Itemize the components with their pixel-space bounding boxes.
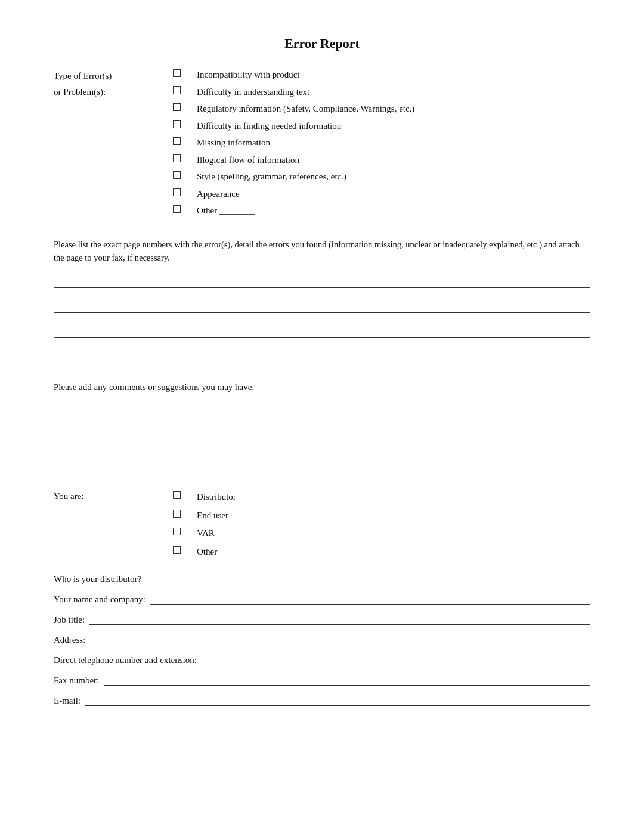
- comment-write-line-3[interactable]: [54, 448, 590, 466]
- comment-write-line-1[interactable]: [54, 398, 590, 416]
- checkbox-icon[interactable]: [173, 188, 181, 196]
- error-option-row: Difficulty in finding needed information: [173, 119, 590, 133]
- field-input-line[interactable]: [85, 694, 590, 706]
- instructions-text: Please list the exact page numbers with …: [54, 238, 590, 265]
- comments-label: Please add any comments or suggestions y…: [54, 382, 590, 392]
- option-text: Incompatibility with product: [197, 68, 590, 82]
- field-row: Job title:: [54, 613, 590, 625]
- field-row: Address:: [54, 633, 590, 645]
- option-text: Other ________: [197, 204, 590, 218]
- you-are-section: You are: DistributorEnd userVAROther: [54, 490, 590, 563]
- field-label: E-mail:: [54, 696, 80, 706]
- option-text: Regulatory information (Safety, Complian…: [197, 102, 590, 116]
- error-label-line1: Type of Error(s): [54, 68, 173, 84]
- field-row: Your name and company:: [54, 593, 590, 605]
- you-are-option-text: Other: [197, 545, 590, 559]
- checkbox-icon[interactable]: [173, 137, 181, 145]
- you-are-label: You are:: [54, 490, 173, 563]
- field-input-line[interactable]: [104, 674, 590, 686]
- field-input-line[interactable]: [90, 633, 590, 645]
- you-are-checkbox-icon[interactable]: [173, 510, 181, 518]
- option-text: Style (spelling, grammar, references, et…: [197, 170, 590, 184]
- field-input-line[interactable]: [89, 613, 590, 625]
- error-option-row: Regulatory information (Safety, Complian…: [173, 102, 590, 116]
- error-option-row: Appearance: [173, 187, 590, 201]
- you-are-checkbox-icon[interactable]: [173, 546, 181, 554]
- field-label: Address:: [54, 635, 85, 645]
- you-are-options: DistributorEnd userVAROther: [173, 490, 590, 563]
- error-write-line-4[interactable]: [54, 345, 590, 363]
- option-text: Missing information: [197, 136, 590, 150]
- you-are-option-text: Distributor: [197, 490, 590, 504]
- error-write-line-1[interactable]: [54, 270, 590, 288]
- field-label: Fax number:: [54, 676, 99, 686]
- error-label-line2: or Problem(s):: [54, 84, 173, 100]
- you-are-option-row: VAR: [173, 527, 590, 540]
- option-text: Difficulty in understanding text: [197, 85, 590, 99]
- error-option-row: Other ________: [173, 204, 590, 218]
- checkbox-icon[interactable]: [173, 120, 181, 128]
- you-are-option-text: End user: [197, 509, 590, 522]
- option-text: Illogical flow of information: [197, 153, 590, 167]
- error-types-label: Type of Error(s) or Problem(s):: [54, 68, 173, 221]
- error-option-row: Illogical flow of information: [173, 153, 590, 167]
- you-are-checkbox-icon[interactable]: [173, 491, 181, 499]
- error-types-section: Type of Error(s) or Problem(s): Incompat…: [54, 68, 590, 221]
- you-are-option-row: End user: [173, 509, 590, 522]
- you-are-option-text: VAR: [197, 527, 590, 540]
- field-label: Job title:: [54, 615, 85, 625]
- field-input-line[interactable]: [150, 593, 590, 605]
- you-are-other-line[interactable]: [223, 547, 342, 558]
- field-label: Your name and company:: [54, 594, 145, 605]
- error-write-line-3[interactable]: [54, 320, 590, 338]
- error-option-row: Style (spelling, grammar, references, et…: [173, 170, 590, 184]
- checkbox-icon[interactable]: [173, 103, 181, 111]
- field-input-line[interactable]: [146, 572, 265, 584]
- field-row: Who is your distributor?: [54, 572, 590, 584]
- error-write-line-2[interactable]: [54, 295, 590, 313]
- field-label: Who is your distributor?: [54, 574, 141, 584]
- comment-write-line-2[interactable]: [54, 423, 590, 441]
- you-are-option-row: Distributor: [173, 490, 590, 504]
- field-label: Direct telephone number and extension:: [54, 655, 197, 665]
- checkbox-icon[interactable]: [173, 205, 181, 213]
- checkbox-icon[interactable]: [173, 171, 181, 179]
- you-are-option-row: Other: [173, 545, 590, 559]
- error-option-row: Missing information: [173, 136, 590, 150]
- checkbox-icon[interactable]: [173, 154, 181, 162]
- you-are-checkbox-icon[interactable]: [173, 528, 181, 535]
- contact-fields: Who is your distributor?Your name and co…: [54, 572, 590, 706]
- checkbox-icon[interactable]: [173, 69, 181, 77]
- page-title: Error Report: [54, 36, 590, 51]
- error-options-list: Incompatibility with productDifficulty i…: [173, 68, 590, 221]
- field-row: Direct telephone number and extension:: [54, 654, 590, 665]
- checkbox-icon[interactable]: [173, 86, 181, 94]
- option-text: Appearance: [197, 187, 590, 201]
- option-text: Difficulty in finding needed information: [197, 119, 590, 133]
- field-row: E-mail:: [54, 694, 590, 706]
- field-input-line[interactable]: [202, 654, 590, 665]
- error-option-row: Difficulty in understanding text: [173, 85, 590, 99]
- error-option-row: Incompatibility with product: [173, 68, 590, 82]
- field-row: Fax number:: [54, 674, 590, 686]
